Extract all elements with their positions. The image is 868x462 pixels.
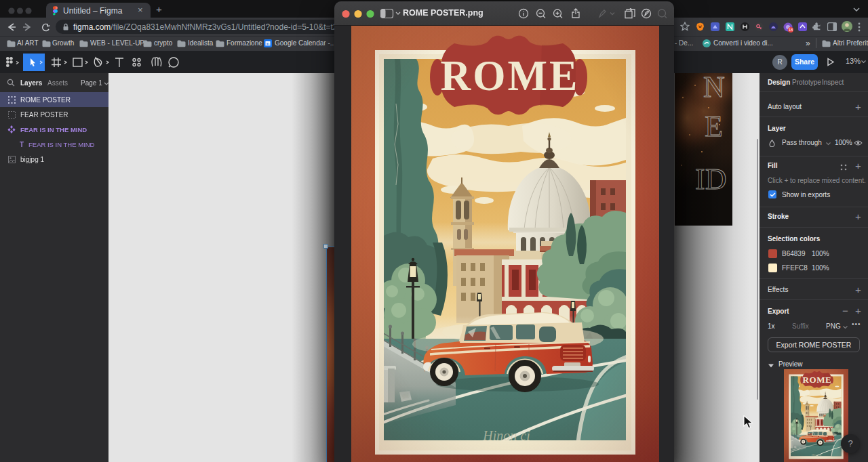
svg-text:31: 31 xyxy=(266,42,270,46)
svg-text:18: 18 xyxy=(789,28,793,32)
